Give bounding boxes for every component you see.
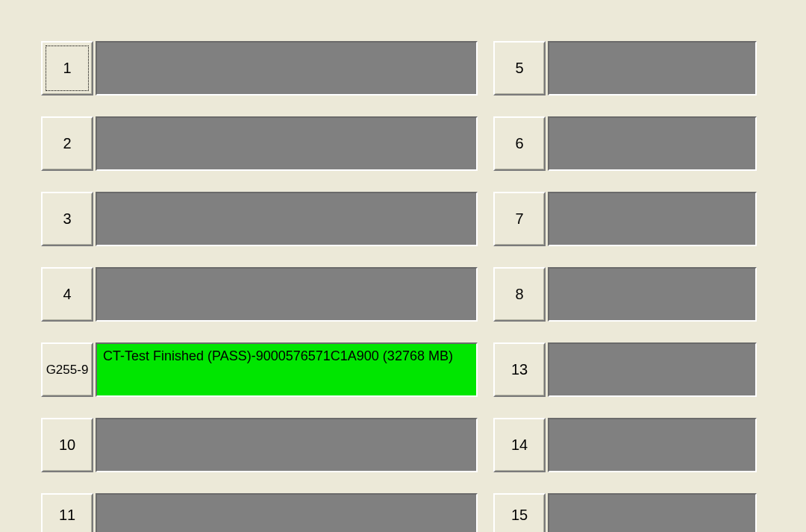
slot-button-2[interactable]: 2 [41,116,93,171]
slot-button-label: 8 [515,286,523,303]
slot-button-label: 2 [63,135,71,152]
slot-button-label: 4 [63,286,71,303]
slot-status-panel-2 [96,116,478,171]
slot-button-3[interactable]: 3 [41,192,93,246]
slot-button-label: 11 [59,507,75,524]
slot-status-panel-10 [96,418,478,472]
slot-status-panel-g255-9: CT-Test Finished (PASS)-9000576571C1A900… [96,342,478,397]
slot-button-label: 10 [59,436,75,454]
slot-row: 3 7 [41,192,806,246]
slot-grid: 1 5 2 6 3 [41,41,806,532]
slot-row: 4 8 [41,267,806,322]
slot-row: G255-9 CT-Test Finished (PASS)-900057657… [41,342,806,397]
slot-status-panel-14 [548,418,757,472]
slot-button-label: G255-9 [46,363,89,378]
slot-button-11[interactable]: 11 [41,493,93,532]
slot-button-label: 15 [511,507,528,524]
slot-button-label: 1 [63,60,71,77]
slot-button-8[interactable]: 8 [493,267,546,322]
slot-button-label: 3 [63,210,71,228]
slot-row: 2 6 [41,116,806,171]
slot-status-panel-15 [548,493,757,532]
slot-button-7[interactable]: 7 [493,192,546,246]
slot-status-panel-6 [548,116,757,171]
slot-row: 1 5 [41,41,806,96]
slot-button-4[interactable]: 4 [41,267,93,322]
slot-status-panel-3 [96,192,478,246]
slot-button-6[interactable]: 6 [493,116,546,171]
slot-button-5[interactable]: 5 [493,41,546,96]
slot-button-14[interactable]: 14 [493,418,546,472]
slot-button-10[interactable]: 10 [41,418,93,472]
slot-status-panel-7 [548,192,757,246]
slot-button-1[interactable]: 1 [41,41,93,96]
slot-status-panel-11 [96,493,478,532]
slot-status-panel-8 [548,267,757,322]
slot-status-panel-5 [548,41,757,96]
slot-button-label: 6 [515,135,523,152]
slot-button-label: 5 [515,60,523,77]
slot-button-15[interactable]: 15 [493,493,546,532]
slot-row: 10 14 [41,418,806,472]
slot-button-13[interactable]: 13 [493,342,546,397]
slot-status-panel-13 [548,342,757,397]
slot-status-panel-4 [96,267,478,322]
slot-button-label: 13 [511,361,528,378]
slot-button-label: 14 [511,436,528,454]
slot-button-label: 7 [515,210,523,228]
slot-status-panel-1 [96,41,478,96]
slot-button-g255-9[interactable]: G255-9 [41,342,93,397]
slot-row: 11 15 [41,493,806,532]
slot-status-text: CT-Test Finished (PASS)-9000576571C1A900… [103,348,453,363]
